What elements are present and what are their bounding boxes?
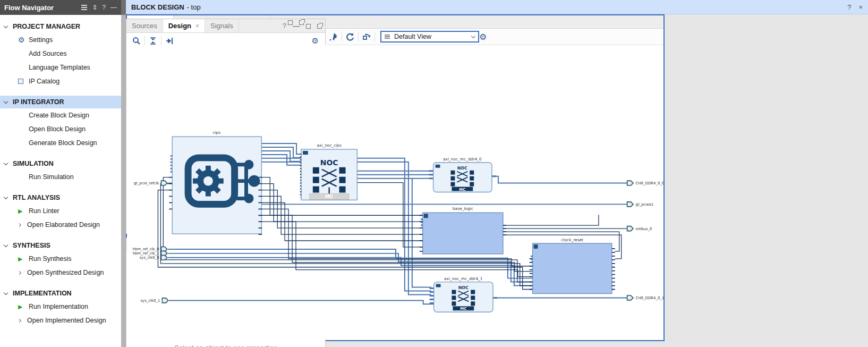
gear-icon: ⚙: [18, 36, 25, 44]
sidebar-item-open-synthesized-design[interactable]: Open Synthesized Design: [0, 266, 121, 280]
refresh-icon[interactable]: [343, 30, 357, 43]
flow-navigator: Flow Navigator ⇕ ? — PROJECT MANAGER ⚙ S…: [0, 0, 121, 347]
expand-collapse-icon[interactable]: ⇕: [92, 4, 97, 11]
sidebar-item-add-sources[interactable]: Add Sources: [0, 47, 121, 61]
svg-text:hbm_ref_clk_0: hbm_ref_clk_0: [133, 247, 159, 251]
sidebar-item-create-block-design[interactable]: Create Block Design: [0, 108, 121, 122]
run-icon: ▶: [18, 303, 22, 310]
block-clock-reset[interactable]: clock_reset: [530, 238, 615, 293]
section-implementation[interactable]: IMPLEMENTATION: [0, 287, 121, 300]
ip-catalog-icon: [18, 79, 23, 84]
section-synthesis[interactable]: SYNTHESIS: [0, 239, 121, 252]
block-diagram: cips: [127, 45, 663, 339]
sidebar-item-open-elaborated-design[interactable]: Open Elaborated Design: [0, 218, 121, 232]
svg-text:axi_noc_mc_ddr4_0: axi_noc_mc_ddr4_0: [443, 157, 482, 162]
svg-text:CH0_DDR4_0_0: CH0_DDR4_0_0: [636, 181, 663, 185]
block-axi-noc-cips[interactable]: axi_noc_cips NOC MC: [301, 143, 357, 200]
block-design-header: BLOCK DESIGN - top ? ×: [126, 0, 868, 14]
tab-design[interactable]: Design ×: [163, 19, 205, 32]
flow-navigator-header: Flow Navigator ⇕ ? —: [0, 0, 121, 15]
chevron-right-icon: [18, 318, 21, 322]
chevron-down-icon: [4, 23, 8, 28]
section-project-manager[interactable]: PROJECT MANAGER: [0, 20, 121, 33]
sidebar-item-open-implemented-design[interactable]: Open Implemented Design: [0, 314, 121, 327]
gear-icon[interactable]: ⚙: [479, 32, 487, 42]
svg-text:CH0_DDR4_0_1: CH0_DDR4_0_1: [636, 296, 663, 300]
chevron-down-icon: [4, 290, 8, 294]
tab-sources[interactable]: Sources: [126, 19, 163, 32]
chevron-down-icon: [4, 99, 8, 103]
chevron-down-icon: [471, 33, 475, 38]
svg-text:MC: MC: [459, 188, 465, 192]
sidebar-item-run-linter[interactable]: ▶ Run Linter: [0, 204, 121, 218]
block-axi-noc-mc-ddr4-0[interactable]: axi_noc_mc_ddr4_0 NOC MC: [429, 157, 496, 192]
svg-text:MC: MC: [325, 194, 333, 199]
svg-text:cips: cips: [212, 130, 220, 135]
run-icon: ▶: [18, 256, 22, 263]
float-icon[interactable]: [317, 24, 322, 29]
svg-text:NOC: NOC: [458, 285, 469, 290]
diagram-canvas[interactable]: cips: [127, 45, 663, 339]
sidebar-item-run-simulation[interactable]: Run Simulation: [0, 170, 121, 184]
sidebar-item-settings[interactable]: ⚙ Settings: [0, 33, 121, 47]
sidebar-item-run-implementation[interactable]: ▶ Run Implementation: [0, 300, 121, 314]
section-ip-integrator[interactable]: IP INTEGRATOR: [0, 96, 121, 108]
svg-text:base_logic: base_logic: [453, 206, 473, 211]
svg-text:NOC: NOC: [457, 166, 467, 171]
tab-signals[interactable]: Signals: [205, 19, 239, 32]
tab-close-icon[interactable]: ×: [195, 22, 199, 30]
help-icon[interactable]: ?: [283, 22, 286, 30]
close-icon[interactable]: ×: [858, 3, 863, 11]
svg-text:axi_noc_mc_ddr4_1: axi_noc_mc_ddr4_1: [444, 276, 483, 281]
chevron-down-icon: [4, 194, 8, 199]
svg-text:hbm_ref_clk_1: hbm_ref_clk_1: [133, 251, 159, 256]
svg-text:NOC: NOC: [320, 158, 338, 167]
block-cips[interactable]: cips: [169, 130, 262, 234]
section-simulation[interactable]: SIMULATION: [0, 157, 121, 170]
maximize-icon[interactable]: [306, 24, 311, 29]
float-icon[interactable]: [299, 20, 304, 25]
sidebar-item-open-block-design[interactable]: Open Block Design: [0, 122, 121, 136]
chevron-right-icon: [18, 270, 21, 274]
minimize-icon[interactable]: —: [110, 4, 117, 11]
help-icon[interactable]: ?: [102, 4, 106, 11]
help-icon[interactable]: ?: [847, 3, 851, 11]
chevron-right-icon: [18, 223, 21, 226]
section-rtl-analysis[interactable]: RTL ANALYSIS: [0, 191, 121, 204]
external-ports-right[interactable]: CH0_DDR4_0_0 gt_pciea1 smbus_0 CH0_DDR4_…: [627, 181, 663, 300]
svg-text:gt_pcie_refclk: gt_pcie_refclk: [134, 181, 159, 185]
menu-icon[interactable]: [81, 7, 87, 8]
sidebar-item-ip-catalog[interactable]: IP Catalog: [0, 74, 121, 88]
svg-text:MC: MC: [460, 307, 466, 311]
chevron-down-icon: [4, 160, 8, 165]
svg-text:sys_clk0_0: sys_clk0_0: [139, 256, 159, 260]
panel-gutter[interactable]: [121, 0, 126, 347]
svg-text:gt_pciea1: gt_pciea1: [636, 202, 654, 207]
gear-icon[interactable]: ⚙: [312, 36, 319, 46]
sidebar-item-run-synthesis[interactable]: ▶ Run Synthesis: [0, 252, 121, 266]
block-design-subtitle: - top: [187, 3, 201, 11]
pin-icon[interactable]: [327, 30, 341, 43]
view-selector-dropdown[interactable]: Default View: [380, 31, 479, 43]
chevron-down-icon: [4, 242, 8, 247]
block-base-logic[interactable]: base_logic: [420, 206, 506, 254]
block-design-title: BLOCK DESIGN: [131, 3, 184, 11]
block-axi-noc-mc-ddr4-1[interactable]: axi_noc_mc_ddr4_1 NOC MC: [430, 276, 497, 312]
list-icon: [385, 36, 390, 37]
run-icon: ▶: [18, 208, 22, 215]
sidebar-item-language-templates[interactable]: Language Templates: [0, 61, 121, 74]
svg-text:axi_noc_cips: axi_noc_cips: [317, 143, 342, 148]
maximize-icon[interactable]: [288, 20, 293, 25]
svg-text:sys_clk0_1: sys_clk0_1: [140, 299, 160, 303]
regenerate-layout-icon[interactable]: [360, 30, 373, 43]
diagram-panel: Diagram × NoC × Address Editor × ?: [126, 14, 665, 341]
properties-empty-message: Select an object to see properties: [126, 344, 325, 347]
flow-navigator-title: Flow Navigator: [4, 4, 54, 12]
view-selector-value: Default View: [394, 33, 472, 40]
svg-text:clock_reset: clock_reset: [561, 238, 583, 242]
svg-text:smbus_0: smbus_0: [636, 227, 652, 231]
sidebar-item-generate-block-design[interactable]: Generate Block Design: [0, 136, 121, 150]
